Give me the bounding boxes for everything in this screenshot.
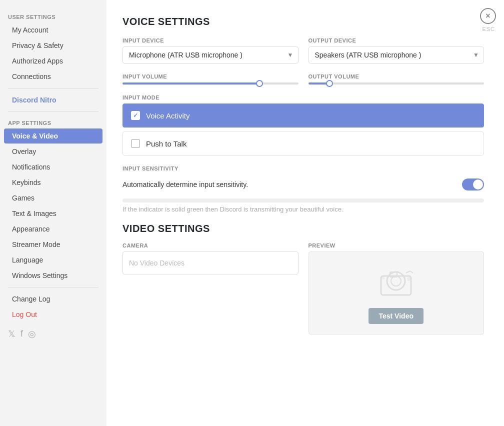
output-device-select-wrapper: Speakers (ATR USB microphone ) ▼ [308,46,484,64]
output-volume-group: OUTPUT VOLUME [308,74,484,84]
input-device-label: INPUT DEVICE [122,38,298,44]
output-device-label: OUTPUT DEVICE [308,38,484,44]
preview-group: PREVIEW Test Video [308,242,484,334]
output-volume-track[interactable] [308,82,484,84]
camera-group: CAMERA No Video Devices [122,242,298,334]
sidebar-item-overlay[interactable]: Overlay [4,144,102,159]
sidebar-item-authorized-apps[interactable]: Authorized Apps [4,54,102,68]
sidebar-item-discord-nitro[interactable]: Discord Nitro [4,92,102,108]
sidebar-item-voice-video[interactable]: Voice & Video [4,128,102,144]
test-video-button[interactable]: Test Video [368,308,424,324]
push-to-talk-checkbox [131,139,140,148]
app-settings-label: APP SETTINGS [0,116,106,128]
camera-no-device: No Video Devices [122,252,298,274]
twitter-icon[interactable]: 𝕏 [8,328,16,340]
sidebar-item-log-out[interactable]: Log Out [4,307,102,322]
social-icons: 𝕏 f ◎ [0,322,106,346]
output-volume-thumb[interactable] [326,80,333,87]
output-device-select[interactable]: Speakers (ATR USB microphone ) [308,46,484,64]
svg-line-4 [406,271,410,273]
sidebar-divider-2 [8,112,98,112]
sensitivity-auto-text: Automatically determine input sensitivit… [122,180,248,188]
sidebar-item-my-account[interactable]: My Account [4,22,102,38]
push-to-talk-label: Push to Talk [146,140,186,148]
sensitivity-toggle[interactable] [462,178,484,190]
sidebar-item-connections[interactable]: Connections [4,69,102,84]
user-settings-label: USER SETTINGS [0,10,106,22]
sidebar-divider-3 [8,287,98,288]
sensitivity-bar-wrapper [122,198,484,202]
sensitivity-label: INPUT SENSITIVITY [122,166,484,172]
volume-row: INPUT VOLUME OUTPUT VOLUME [122,74,484,84]
main-content: × ESC VOICE SETTINGS INPUT DEVICE Microp… [106,0,504,426]
voice-settings-title: VOICE SETTINGS [122,16,484,28]
sidebar-item-appearance[interactable]: Appearance [4,222,102,236]
svg-line-5 [410,271,413,273]
input-volume-thumb[interactable] [256,80,263,87]
sensitivity-toggle-knob [473,180,483,190]
sidebar-item-windows-settings[interactable]: Windows Settings [4,268,102,283]
sidebar-item-text-images[interactable]: Text & Images [4,206,102,221]
sidebar-item-games[interactable]: Games [4,190,102,206]
sidebar-item-change-log[interactable]: Change Log [4,292,102,306]
output-device-group: OUTPUT DEVICE Speakers (ATR USB micropho… [308,38,484,64]
svg-point-7 [382,276,384,280]
video-settings-title: VIDEO SETTINGS [122,223,484,234]
sensitivity-bar [122,198,484,202]
output-volume-label: OUTPUT VOLUME [308,74,484,80]
sidebar-item-streamer-mode[interactable]: Streamer Mode [4,237,102,252]
input-volume-track[interactable] [122,82,298,84]
camera-preview-icon [371,262,421,302]
sidebar-divider-1 [8,88,98,88]
input-volume-label: INPUT VOLUME [122,74,298,80]
preview-label: PREVIEW [308,242,484,248]
voice-activity-checkbox [131,111,140,120]
instagram-icon[interactable]: ◎ [28,328,36,340]
camera-label: CAMERA [122,242,298,248]
voice-activity-label: Voice Activity [146,112,190,120]
sidebar-item-keybinds[interactable]: Keybinds [4,175,102,190]
input-volume-group: INPUT VOLUME [122,74,298,84]
preview-box: Test Video [308,252,484,334]
sensitivity-auto-row: Automatically determine input sensitivit… [122,174,484,194]
facebook-icon[interactable]: f [20,328,23,340]
input-mode-label: INPUT MODE [122,94,484,100]
push-to-talk-option[interactable]: Push to Talk [122,132,484,156]
device-row: INPUT DEVICE Microphone (ATR USB microph… [122,38,484,64]
video-grid: CAMERA No Video Devices PREVIEW Test Vid… [122,242,484,334]
sidebar-item-privacy-safety[interactable]: Privacy & Safety [4,38,102,53]
input-device-select-wrapper: Microphone (ATR USB microphone ) ▼ [122,46,298,64]
sidebar: USER SETTINGS My Account Privacy & Safet… [0,0,106,426]
close-button[interactable]: × [480,8,496,24]
voice-activity-option[interactable]: Voice Activity [122,104,484,128]
esc-label: ESC [482,26,495,32]
input-device-select[interactable]: Microphone (ATR USB microphone ) [122,46,298,64]
input-device-group: INPUT DEVICE Microphone (ATR USB microph… [122,38,298,64]
sidebar-item-notifications[interactable]: Notifications [4,160,102,174]
sensitivity-hint: If the indicator is solid green then Dis… [122,206,484,213]
sidebar-item-language[interactable]: Language [4,252,102,268]
sensitivity-section: INPUT SENSITIVITY Automatically determin… [122,166,484,213]
svg-point-6 [407,277,411,281]
input-mode-section: INPUT MODE Voice Activity Push to Talk [122,94,484,156]
input-volume-fill [122,82,260,84]
